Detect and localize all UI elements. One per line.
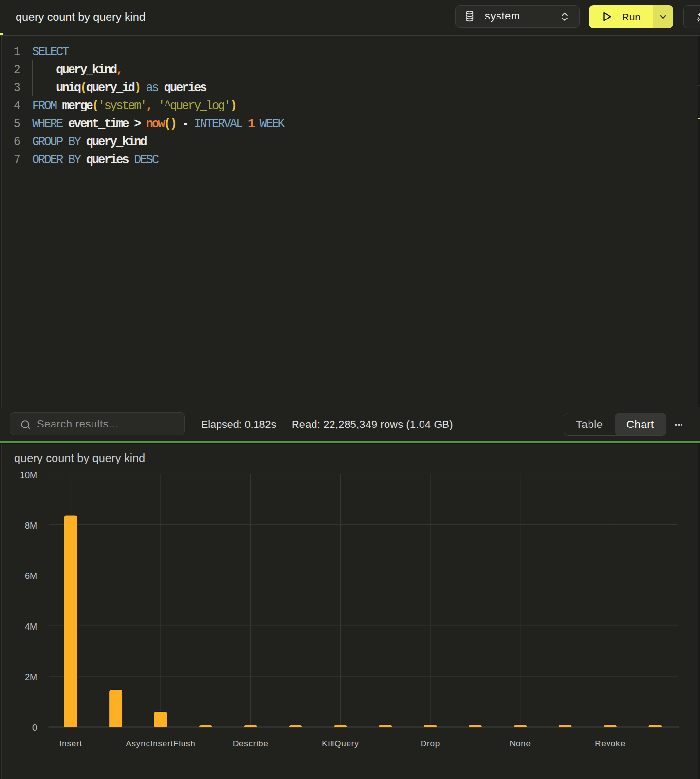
svg-text:AsyncInsertFlush: AsyncInsertFlush [126, 739, 195, 748]
svg-text:10M: 10M [20, 470, 37, 480]
svg-text:Describe: Describe [233, 739, 268, 748]
svg-text:None: None [510, 739, 531, 748]
svg-text:Revoke: Revoke [595, 739, 625, 748]
svg-text:2M: 2M [25, 672, 37, 682]
svg-text:4M: 4M [25, 622, 37, 631]
svg-text:Drop: Drop [421, 739, 440, 748]
svg-text:8M: 8M [25, 521, 37, 531]
svg-text:6M: 6M [25, 571, 37, 581]
svg-text:KillQuery: KillQuery [322, 739, 359, 748]
svg-text:Insert: Insert [59, 739, 82, 748]
svg-text:0: 0 [32, 723, 37, 733]
